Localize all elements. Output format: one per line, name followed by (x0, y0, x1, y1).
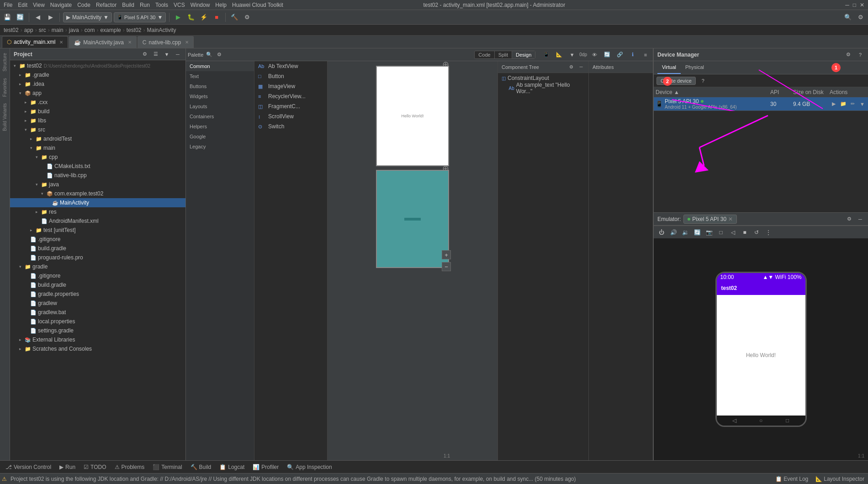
palette-cat-google[interactable]: Google (186, 132, 254, 142)
structure-tab[interactable]: Structure (1, 50, 8, 74)
device-folder-btn[interactable]: 📁 (839, 100, 847, 109)
menu-tools[interactable]: Tools (155, 2, 168, 8)
tree-gradle[interactable]: ▸ 📁 .gradle (10, 70, 185, 79)
bc-test02-pkg[interactable]: test02 (127, 27, 142, 33)
dm-question2[interactable]: ? (699, 76, 708, 85)
tree-settings-gradle[interactable]: 📄 settings.gradle (10, 326, 185, 335)
dm-tab-physical[interactable]: Physical (681, 61, 709, 74)
tree-androidtest[interactable]: ▸ 📁 androidTest (10, 134, 185, 143)
palette-item-switch[interactable]: ⊙ Switch (254, 121, 327, 132)
canvas-area[interactable]: ⊕ Hello World! ⊕ + (371, 61, 454, 460)
menu-view[interactable]: View (33, 2, 45, 8)
orient-btn[interactable]: 📱 (541, 49, 552, 60)
bc-com[interactable]: com (85, 27, 95, 33)
file-tab-activity-main[interactable]: ⬡ activity_main.xml ✕ (2, 36, 68, 48)
file-tab-mainactivity[interactable]: ☕ MainActivity.java ✕ (69, 36, 136, 48)
comp-sample-text[interactable]: Ab Ab sample_text "Hello Wor..." (498, 83, 588, 93)
tab-code[interactable]: Code (475, 51, 494, 58)
menu-build[interactable]: Build (122, 2, 134, 8)
palette-item-imageview[interactable]: ▦ ImageView (254, 81, 327, 91)
palette-cat-helpers[interactable]: Helpers (186, 121, 254, 132)
status-layout-inspector[interactable]: 📐 Layout Inspector (814, 476, 866, 482)
back-btn[interactable]: ◀ (32, 12, 43, 23)
tree-gitignore[interactable]: 📄 .gitignore (10, 235, 185, 244)
close-tab-1[interactable]: ✕ (128, 40, 132, 45)
menu-vcs[interactable]: VCS (174, 2, 185, 8)
menu-navigate[interactable]: Navigate (50, 2, 72, 8)
info-btn[interactable]: ℹ (627, 49, 638, 60)
dm-device-row-pixel5[interactable]: 📱 Pixel 5 API 30 Android 11 + Google API… (654, 97, 868, 111)
dm-question[interactable]: ? (856, 51, 864, 59)
bc-test02[interactable]: test02 (4, 27, 19, 33)
emu-rotate[interactable]: 🔄 (692, 227, 702, 237)
bc-example[interactable]: example (100, 27, 121, 33)
save-btn[interactable]: 💾 (2, 12, 13, 23)
settings-btn[interactable]: ⚙ (855, 12, 866, 23)
device-dropdown[interactable]: 📱 Pixel 5 API 30 ▼ (114, 12, 166, 22)
comp-tree-minus[interactable]: ─ (577, 63, 585, 71)
bc-main[interactable]: main (52, 27, 64, 33)
project-options[interactable]: ▼ (163, 50, 171, 58)
menu-refactor[interactable]: Refactor (96, 2, 116, 8)
tree-cxx[interactable]: ▸ 📁 .cxx (10, 98, 185, 107)
emulator-close-x[interactable]: ✕ (728, 216, 733, 222)
sync-gradle-btn[interactable]: ⚙ (242, 12, 253, 23)
bottom-tab-app-inspection[interactable]: 🔍 App Inspection (283, 461, 335, 473)
tree-gradlew-bat[interactable]: 📄 gradlew.bat (10, 308, 185, 317)
palette-item-button[interactable]: □ Button (254, 71, 327, 81)
search-everywhere-btn[interactable]: 🔍 (842, 12, 853, 23)
emu-power[interactable]: ⏻ (656, 227, 667, 237)
palette-cat-text[interactable]: Text (186, 71, 254, 81)
emu-vol-up[interactable]: 🔊 (668, 227, 678, 237)
favorites-tab[interactable]: Favorites (1, 75, 8, 100)
status-event-log[interactable]: 📋 Event Log (773, 476, 810, 482)
zoom-out-btn[interactable]: − (442, 262, 451, 271)
menu-huawei[interactable]: Huawei Cloud Toolkit (232, 2, 283, 8)
tree-app[interactable]: ▾ 📦 app (10, 89, 185, 98)
tree-gradlew[interactable]: 📄 gradlew (10, 299, 185, 308)
zoom-in-btn[interactable]: + (442, 250, 451, 259)
tree-gradle-dir[interactable]: ▾ 📁 gradle (10, 262, 185, 271)
emulator-device-selector[interactable]: Pixel 5 API 30 ✕ (683, 215, 737, 224)
constraint-btn[interactable]: 🔗 (614, 49, 625, 60)
palette-cat-containers[interactable]: Containers (186, 111, 254, 121)
run-config-dropdown[interactable]: ▶ MainActivity ▼ (63, 12, 112, 22)
emu-back[interactable]: ◁ (728, 227, 738, 237)
bc-java[interactable]: java (69, 27, 79, 33)
tree-res[interactable]: ▸ 📁 res (10, 207, 185, 216)
palette-item-textview[interactable]: Ab Ab TextView (254, 61, 327, 71)
bottom-tab-logcat[interactable]: 📋 Logcat (216, 461, 248, 473)
tree-test02[interactable]: ▾ 📁 test02 D:\Users\zhendongzhu\AndroidS… (10, 61, 185, 70)
tree-main[interactable]: ▾ 📁 main (10, 143, 185, 153)
palette-cat-common[interactable]: Common (186, 61, 254, 71)
project-close[interactable]: ─ (174, 50, 182, 58)
bottom-tab-profiler[interactable]: 📊 Profiler (249, 461, 282, 473)
close-tab-2[interactable]: ✕ (185, 40, 189, 45)
nav-recent-btn[interactable]: □ (784, 417, 791, 424)
project-list[interactable]: ☰ (152, 50, 160, 58)
tree-gradle-props[interactable]: 📄 gradle.properties (10, 289, 185, 299)
bottom-tab-version-control[interactable]: ⎇ Version Control (2, 461, 55, 473)
tree-cmakelists[interactable]: 📄 CMakeLists.txt (10, 162, 185, 171)
emu-vol-down[interactable]: 🔉 (680, 227, 690, 237)
tree-mainactivity[interactable]: ☕ MainActivity (10, 198, 185, 207)
palette-item-fragment[interactable]: ◫ FragmentC... (254, 101, 327, 111)
debug-btn[interactable]: 🐛 (185, 12, 196, 23)
emu-fold[interactable]: □ (716, 227, 726, 237)
bottom-tab-run[interactable]: ▶ Run (56, 461, 79, 473)
tree-cpp[interactable]: ▾ 📁 cpp (10, 153, 185, 162)
project-gear[interactable]: ⚙ (141, 50, 149, 58)
nav-home-btn[interactable]: ○ (757, 417, 765, 424)
device-btn[interactable]: 📐 (554, 49, 565, 60)
tab-split[interactable]: Split (494, 51, 512, 58)
emu-screenshot[interactable]: 📷 (704, 227, 714, 237)
tree-build-gradle2[interactable]: 📄 build.gradle (10, 280, 185, 289)
palette-item-scrollview[interactable]: ↕ ScrollView (254, 111, 327, 121)
nav-back-btn[interactable]: ◁ (731, 417, 738, 424)
tree-test-unit[interactable]: ▸ 📁 test [unitTest] (10, 226, 185, 235)
emu-stop[interactable]: ■ (740, 227, 750, 237)
file-tab-native-lib[interactable]: C native-lib.cpp ✕ (138, 36, 194, 48)
palette-cat-layouts[interactable]: Layouts (186, 101, 254, 111)
tree-src[interactable]: ▾ 📁 src (10, 125, 185, 134)
build-variants-tab[interactable]: Build Variants (1, 100, 8, 134)
